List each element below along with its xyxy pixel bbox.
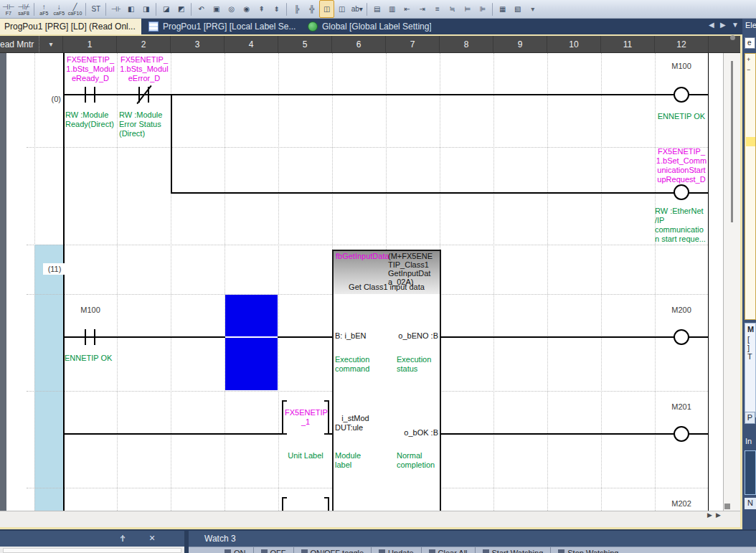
fb-instance-name[interactable]: fbGetInputData: [336, 252, 389, 261]
delete-vline-icon[interactable]: ╱caF10: [67, 0, 83, 18]
statement-edit-icon[interactable]: ◩: [174, 0, 189, 18]
watch-toolbar-button[interactable]: Update: [371, 547, 420, 553]
close-icon[interactable]: ×: [149, 532, 155, 544]
fb-block-icon[interactable]: ▧: [510, 0, 525, 18]
bottom-left-panel-titlebar[interactable]: Ϯ ×: [0, 531, 184, 547]
connect-line2-icon[interactable]: ⊫: [475, 0, 490, 18]
note-edit-icon[interactable]: ◪: [159, 0, 174, 18]
column-number: 9: [493, 36, 547, 52]
toolbar-icon-glyph: ◎: [228, 5, 235, 13]
horizontal-scrollbar[interactable]: [0, 511, 740, 527]
tab-scroll-left-icon[interactable]: ◀: [709, 21, 714, 29]
fb-input-operand[interactable]: FX5ENETIP _1: [285, 408, 326, 427]
cross-reference-icon[interactable]: ╠: [289, 0, 304, 18]
device-comment-icon[interactable]: ◧: [123, 0, 138, 18]
watch-toolbar-button[interactable]: ON/OFF toggle: [293, 547, 372, 553]
column-number: 10: [547, 36, 601, 52]
ladder-edit-icon[interactable]: ⊣⊦: [108, 0, 123, 18]
device-comment: ENNETIP OK: [655, 112, 708, 121]
scrollbar-bottom-marker: [724, 504, 730, 509]
coil-device[interactable]: M100: [655, 62, 708, 71]
contact-label[interactable]: FX5ENETIP_ 1.bSts_Modul eError_D: [118, 55, 170, 83]
separator: [286, 3, 287, 16]
selected-tree-row[interactable]: [746, 137, 755, 146]
coil-symbol-m100[interactable]: [674, 87, 689, 103]
separator: [34, 3, 34, 16]
contact-label[interactable]: FX5ENETIP_ 1.bSts_Modul eReady_D: [65, 55, 116, 83]
watch-toolbar-button[interactable]: Stop Watching: [550, 547, 625, 553]
header-dropdown[interactable]: ▾: [39, 36, 63, 52]
coil-label[interactable]: FX5ENETIP_ 1.bSet_Comm unicationStart up…: [653, 147, 709, 184]
expand-icon[interactable]: +: [747, 56, 750, 63]
panel-button[interactable]: P: [745, 412, 755, 424]
jump-forward-icon[interactable]: ⇥: [415, 0, 430, 18]
debug-step-icon[interactable]: ▥: [384, 0, 400, 18]
connect-line-icon[interactable]: ⊨: [460, 0, 475, 18]
st-block-icon[interactable]: ▦: [495, 0, 510, 18]
close-contact-icon[interactable]: ⊣⊬saF8: [16, 0, 31, 18]
grid-line: [655, 53, 656, 511]
tab-progpou1-local-label[interactable]: ProgPou1 [PRG] [Local Label Se...: [143, 19, 300, 34]
coil-device[interactable]: M202: [655, 499, 708, 509]
watch-toolbar-button[interactable]: OFF: [253, 547, 293, 553]
chevron-down-icon: ▾: [49, 40, 52, 48]
selection-cursor[interactable]: [225, 295, 278, 390]
function-block-fbgetinputdata[interactable]: fbGetInputData (M+FX5ENE TIP_Class1 GetI…: [332, 250, 441, 511]
copy-program-icon[interactable]: ▣: [209, 0, 224, 18]
tab-list-dropdown-icon[interactable]: ▼: [732, 21, 739, 29]
text-style-icon[interactable]: ab▾: [349, 0, 364, 18]
insert-row-icon[interactable]: ↑aF5: [37, 0, 52, 18]
tab-scroll-right-icon[interactable]: ▶: [720, 21, 726, 29]
collapse-icon[interactable]: −: [747, 66, 750, 73]
watch-toolbar-button[interactable]: Start Watching: [475, 547, 551, 553]
watch-toolbar-button[interactable]: Clear All: [421, 547, 475, 553]
docked-panel-edge[interactable]: [0, 53, 6, 511]
wire: [329, 433, 332, 435]
vertical-scrollbar-thumb[interactable]: [731, 61, 733, 222]
align-list-icon[interactable]: ≡: [430, 0, 445, 18]
pin-icon[interactable]: Ϯ: [121, 533, 125, 544]
label-table-icon: [148, 22, 159, 32]
debug-find-icon[interactable]: ▤: [369, 0, 384, 18]
find-instruction-icon[interactable]: ◉: [239, 0, 254, 18]
wire: [440, 433, 708, 435]
column-number: 2: [117, 36, 171, 52]
element-search-input[interactable]: e: [745, 37, 755, 49]
toolbar-icon-glyph: ⊣⊬: [17, 3, 29, 11]
scroll-right-icon[interactable]: ▶: [707, 511, 712, 519]
undo-icon[interactable]: ↶: [194, 0, 209, 18]
device-increment-icon[interactable]: ⇞: [254, 0, 269, 18]
panel-list[interactable]: M [ ] T: [745, 323, 756, 417]
coil-symbol-m201[interactable]: [674, 426, 689, 442]
watch-window-titlebar[interactable]: Watch 3: [189, 531, 756, 547]
watch-toolbar-button[interactable]: ON: [217, 547, 253, 553]
toolbar-icon-glyph: ╬: [309, 5, 314, 13]
contact-device[interactable]: M100: [65, 306, 116, 315]
tab-global-label[interactable]: Global [Global Label Setting]: [302, 19, 431, 34]
jump-back-icon[interactable]: ⇤: [400, 0, 415, 18]
delete-row-icon[interactable]: ↓caF5: [52, 0, 67, 18]
separator: [105, 3, 106, 16]
element-selection-panel[interactable]: Ele e + − M [ ] T P In N: [742, 19, 756, 553]
tab-progpou1-ld[interactable]: ProgPou1 [PRG] [LD] (Read Onl... ×: [0, 19, 141, 34]
element-tree[interactable]: + −: [745, 53, 756, 320]
unregister-watch-icon[interactable]: ◫: [334, 0, 349, 18]
scroll-right-icon[interactable]: ▶: [716, 511, 721, 519]
register-to-watch-icon[interactable]: ◫: [319, 0, 334, 18]
bottom-left-panel-body: [0, 547, 184, 553]
coil-symbol-m200[interactable]: [674, 329, 689, 345]
toolbar-icon-glyph: ◫: [339, 5, 345, 13]
align-top-icon[interactable]: ≒: [445, 0, 460, 18]
device-decrement-icon[interactable]: ⇟: [269, 0, 284, 18]
coil-device[interactable]: M200: [655, 306, 708, 315]
find-device-icon[interactable]: ◎: [224, 0, 239, 18]
coil-comment-icon[interactable]: ◨: [138, 0, 153, 18]
coil-device[interactable]: M201: [655, 402, 708, 412]
toolbar-overflow-icon[interactable]: ▾: [525, 0, 540, 18]
ladder-editor[interactable]: (0) FX5ENETIP_ 1.bSts_Modul eReady_D RW …: [6, 53, 709, 511]
open-contact-icon[interactable]: ⊣⊢F7: [1, 0, 16, 18]
inline-st-icon[interactable]: ST: [88, 0, 103, 18]
column-number: 8: [440, 36, 493, 52]
device-usage-icon[interactable]: ╬: [304, 0, 319, 18]
coil-symbol-startup-request[interactable]: [674, 184, 689, 200]
